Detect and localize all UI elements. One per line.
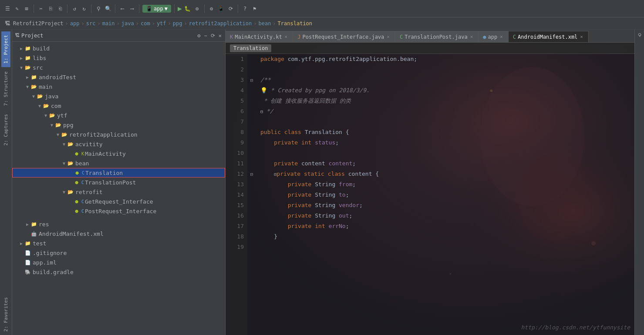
tree-arrow-postrequest <box>67 209 73 214</box>
project-header-actions: ⚙ − ⟳ ✕ <box>196 32 223 40</box>
gutter-2 <box>247 64 256 75</box>
tree-item-bean[interactable]: ▼ 📂 bean <box>12 158 225 168</box>
tab-translationpost[interactable]: C TranslationPost.java × <box>395 31 479 42</box>
tree-item-com[interactable]: ▼ 📂 com <box>12 101 225 111</box>
debug-icon[interactable]: 🐛 <box>184 5 192 13</box>
tree-label-java: java <box>45 93 58 100</box>
tab-close-androidmanifest[interactable]: × <box>579 34 584 40</box>
class-badge-getrequest: C <box>81 199 84 204</box>
event-log-icon[interactable]: ⚑ <box>251 5 259 13</box>
tree-item-postrequest[interactable]: ● C PostRequest_Interface <box>12 206 225 216</box>
toolbar-undo-icon[interactable]: ↺ <box>71 5 78 13</box>
breadcrumb-root[interactable]: Retrofit2Project <box>13 20 64 27</box>
tab-close-translationpost[interactable]: × <box>469 34 474 40</box>
avd-icon[interactable]: 📱 <box>217 5 225 13</box>
toolbar-find-icon[interactable]: 🔍 <box>104 5 112 13</box>
line-num-3: 3 <box>226 75 244 85</box>
tree-item-r2app[interactable]: ▼ 📂 retrofit2application <box>12 130 225 139</box>
breadcrumb-ytf[interactable]: ytf <box>157 20 166 27</box>
tree-item-getrequest[interactable]: ● C GetRequest_Interface <box>12 197 225 206</box>
class-icon-postrequest: ● <box>73 208 80 214</box>
tree-item-libs[interactable]: ▶ 📁 libs <box>12 53 225 63</box>
app-selector-button[interactable]: 📱 app ▼ <box>142 5 171 13</box>
tree-item-res[interactable]: ▶ 📁 res <box>12 219 225 229</box>
tree-item-test[interactable]: ▶ 📁 test <box>12 238 225 248</box>
right-tab-1[interactable]: ⟳ <box>635 30 644 40</box>
tree-item-acvitity[interactable]: ▼ 📂 acvitity <box>12 139 225 149</box>
tab-mainactivity[interactable]: K MainActivity.kt × <box>226 31 293 42</box>
breadcrumb-main[interactable]: main <box>102 20 115 27</box>
toolbar-paste-icon[interactable]: ⎗ <box>56 5 64 13</box>
code-area[interactable]: 1 2 3 4 5 6 7 8 9 10 11 12 13 14 15 16 1… <box>226 54 634 335</box>
tab-close-postrequest[interactable]: × <box>386 34 391 40</box>
tab-androidmanifest[interactable]: C AndroidManifest.xml × <box>509 31 589 42</box>
tree-item-main[interactable]: ▼ 📂 main <box>12 82 225 91</box>
tree-label-getrequest: GetRequest_Interface <box>85 198 153 205</box>
gutter-3[interactable]: ⊟ <box>247 75 256 85</box>
gutter-17 <box>247 221 256 231</box>
tree-arrow-java: ▼ <box>30 94 37 99</box>
toolbar-nav-fwd-icon[interactable]: ⟶ <box>128 5 136 13</box>
breadcrumb-translation[interactable]: Translation <box>278 20 312 27</box>
tree-arrow-r2app: ▼ <box>55 132 61 137</box>
toolbar-copy-icon[interactable]: ⎘ <box>47 5 54 13</box>
sidebar-item-project[interactable]: 1: Project <box>1 31 10 67</box>
sdk-icon[interactable]: ⚙ <box>208 5 216 13</box>
run-button[interactable]: ▶ <box>178 4 182 13</box>
project-close-icon[interactable]: ✕ <box>218 32 223 40</box>
tree-item-translation[interactable]: ● C Translation <box>12 168 225 178</box>
editor-area: K MainActivity.kt × J PostRequest_Interf… <box>226 30 634 335</box>
editor-breadcrumb-translation[interactable]: Translation <box>230 44 271 52</box>
toolbar-nav-back-icon[interactable]: ⟵ <box>118 5 126 13</box>
line-num-1: 1 <box>226 54 244 64</box>
coverage-icon[interactable]: ⚙ <box>193 5 201 13</box>
sidebar-item-favorites[interactable]: 2: Favorites <box>1 294 10 335</box>
toolbar-menu-icon[interactable]: ☰ <box>3 5 11 13</box>
folder-icon-r2app: 📂 <box>61 131 68 138</box>
tab-close-app[interactable]: × <box>499 34 504 40</box>
project-sync-icon[interactable]: ⟳ <box>210 32 216 40</box>
tree-item-ppg[interactable]: ▼ 📂 ppg <box>12 120 225 130</box>
sync-icon[interactable]: ⟳ <box>227 5 235 13</box>
breadcrumb-java[interactable]: java <box>121 20 134 27</box>
tree-item-src[interactable]: ▼ 📂 src <box>12 63 225 72</box>
gutter-12[interactable]: ⊟ <box>247 169 256 179</box>
tree-item-ytf[interactable]: ▼ 📂 ytf <box>12 111 225 120</box>
breadcrumb-com[interactable]: com <box>141 20 150 27</box>
toolbar-redo-icon[interactable]: ↻ <box>80 5 88 13</box>
tree-arrow-ytf: ▼ <box>43 113 49 118</box>
sidebar-item-captures[interactable]: 2: Captures <box>1 111 10 149</box>
tree-item-androidtest[interactable]: ▶ 📁 androidTest <box>12 72 225 82</box>
tree-item-java[interactable]: ▼ 📂 java <box>12 91 225 101</box>
breadcrumb-ppg[interactable]: ppg <box>173 20 182 27</box>
breadcrumb-src[interactable]: src <box>86 20 96 27</box>
code-line-1: package com.ytf.ppg.retrofit2application… <box>260 54 630 64</box>
breadcrumb-r2a[interactable]: retrofit2application <box>189 20 252 27</box>
toolbar-view-icon[interactable]: ⊞ <box>23 5 30 13</box>
breadcrumb-app[interactable]: app <box>70 20 80 27</box>
help-icon[interactable]: ? <box>241 5 249 13</box>
tree-item-manifest[interactable]: 🤖 AndroidManifest.xml <box>12 229 225 238</box>
tree-item-translationpost[interactable]: ● C TranslationPost <box>12 178 225 187</box>
project-collapse-icon[interactable]: − <box>203 32 208 40</box>
tab-app[interactable]: ● app × <box>479 31 509 42</box>
breadcrumb-bean[interactable]: bean <box>258 20 271 27</box>
code-content[interactable]: package com.ytf.ppg.retrofit2application… <box>256 54 634 335</box>
tree-item-retrofit[interactable]: ▼ 📂 retrofit <box>12 187 225 197</box>
tree-arrow-src: ▼ <box>18 65 24 70</box>
project-settings-icon[interactable]: ⚙ <box>196 32 201 40</box>
editor-tabs: K MainActivity.kt × J PostRequest_Interf… <box>226 30 634 43</box>
tree-item-gitignore[interactable]: 📄 .gitignore <box>12 248 225 258</box>
tab-close-mainactivity[interactable]: × <box>284 34 289 40</box>
toolbar-cut-icon[interactable]: ✂ <box>37 5 45 13</box>
tree-item-build[interactable]: ▶ 📁 build <box>12 44 225 53</box>
tree-item-appiml[interactable]: 📄 app.iml <box>12 258 225 267</box>
toolbar-edit-icon[interactable]: ✎ <box>13 5 21 13</box>
tree-item-buildgradle[interactable]: 🐘 build.gradle <box>12 267 225 277</box>
sidebar-item-structure[interactable]: 7: Structure <box>1 68 10 109</box>
toolbar-search-icon[interactable]: ⚲ <box>94 5 102 13</box>
tree-item-mainactivity[interactable]: ● K MainActivity <box>12 149 225 158</box>
toolbar-separator-3 <box>91 4 91 13</box>
tab-postrequest[interactable]: J PostRequest_Interface.java × <box>293 31 395 42</box>
folder-icon-test: 📁 <box>24 240 31 247</box>
